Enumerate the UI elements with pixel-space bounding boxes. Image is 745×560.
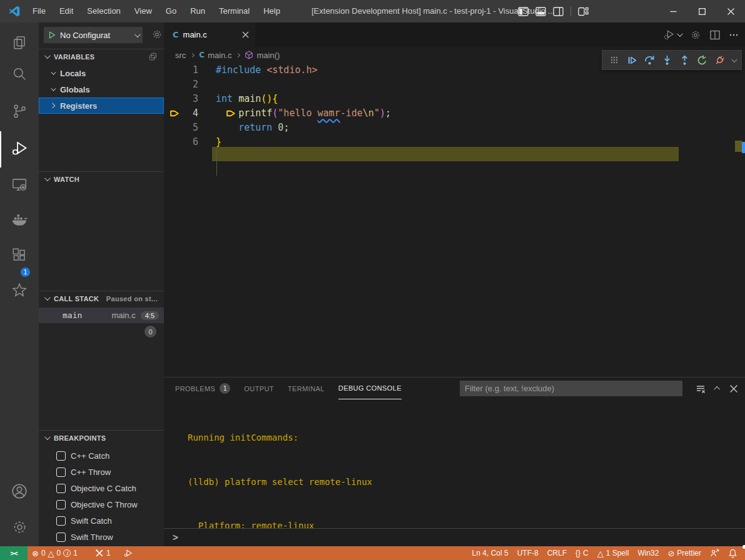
menu-terminal[interactable]: Terminal <box>212 0 256 22</box>
variables-section-header[interactable]: VARIABLES <box>39 49 164 64</box>
close-panel-icon[interactable] <box>730 385 737 392</box>
disconnect-button[interactable] <box>711 51 728 69</box>
breakpoints-section-header[interactable]: BREAKPOINTS <box>39 430 164 445</box>
customize-layout-icon[interactable] <box>578 7 589 16</box>
titlebar: File Edit Selection View Go Run Terminal… <box>0 0 745 22</box>
settings-gear-icon[interactable] <box>0 511 39 542</box>
toggle-panel-icon[interactable] <box>535 7 546 16</box>
debug-configuration-dropdown[interactable]: No Configurat <box>44 27 143 43</box>
maximize-button[interactable] <box>687 0 716 22</box>
chevron-right-icon <box>236 52 240 57</box>
menu-go[interactable]: Go <box>159 0 183 22</box>
debug-status-icon[interactable] <box>119 546 137 560</box>
more-actions-icon[interactable] <box>729 30 739 40</box>
breakpoint-objc-throw[interactable]: Objective C Throw <box>39 496 164 512</box>
remote-explorer-icon[interactable] <box>0 169 39 200</box>
star-icon[interactable] <box>0 274 39 306</box>
breakpoint-swift-catch[interactable]: Swift Catch <box>39 512 164 529</box>
code-line[interactable]: 6} <box>164 135 745 149</box>
close-window-button[interactable] <box>716 0 745 22</box>
problems-status[interactable]: ⊗ 0 △ 0 i 1 <box>28 546 82 560</box>
menu-view[interactable]: View <box>128 0 159 22</box>
code-line[interactable]: 4 printf("hello wamr-ide\n"); <box>164 106 745 121</box>
search-icon[interactable] <box>0 58 39 89</box>
encoding[interactable]: UTF-8 <box>513 546 543 560</box>
start-debug-icon[interactable] <box>48 31 56 39</box>
checkbox[interactable] <box>56 500 66 509</box>
toolbar-grip[interactable] <box>606 51 623 69</box>
code-line[interactable]: 2 <box>164 78 745 92</box>
checkbox[interactable] <box>56 516 66 526</box>
debug-console-input[interactable]: > <box>164 528 745 546</box>
step-into-button[interactable] <box>658 51 676 69</box>
variables-scope-registers[interactable]: Registers <box>39 98 164 114</box>
tab-terminal[interactable]: TERMINAL <box>288 378 325 399</box>
variables-scope-globals[interactable]: Globals <box>39 81 164 98</box>
breadcrumb-file[interactable]: main.c <box>208 51 231 60</box>
gear-icon[interactable] <box>690 29 701 41</box>
spell-checker-status[interactable]: △ 1 Spell <box>593 546 634 560</box>
toolbar-chevron-down-icon[interactable] <box>728 51 738 69</box>
maximize-panel-icon[interactable] <box>714 386 720 392</box>
source-control-icon[interactable] <box>0 96 39 127</box>
minimize-button[interactable] <box>659 0 687 22</box>
tab-debug-console[interactable]: DEBUG CONSOLE <box>338 378 402 399</box>
docker-icon[interactable] <box>0 204 39 236</box>
run-or-debug-button[interactable] <box>664 29 681 41</box>
continue-button[interactable] <box>623 51 641 69</box>
execution-pointer-gutter-icon[interactable] <box>170 108 180 119</box>
ports-status[interactable]: 1 <box>91 546 115 560</box>
checkbox[interactable] <box>56 532 66 542</box>
cursor-position[interactable]: Ln 4, Col 5 <box>468 546 513 560</box>
breakpoint-cpp-catch[interactable]: C++ Catch <box>39 448 164 464</box>
menu-edit[interactable]: Edit <box>53 0 80 22</box>
menu-run[interactable]: Run <box>183 0 212 22</box>
platform-status[interactable]: Win32 <box>633 546 663 560</box>
toggle-sidebar-icon[interactable] <box>518 7 529 16</box>
toggle-secondary-sidebar-icon[interactable] <box>553 7 564 16</box>
checkbox[interactable] <box>56 451 66 461</box>
feedback-icon[interactable] <box>706 546 724 560</box>
breakpoint-objc-catch[interactable]: Objective C Catch <box>39 480 164 496</box>
menu-file[interactable]: File <box>26 0 53 22</box>
tab-bar: C main.c <box>164 22 745 47</box>
language-mode[interactable]: {} C <box>571 546 593 560</box>
breadcrumb-src[interactable]: src <box>175 51 186 60</box>
close-tab-icon[interactable] <box>242 31 249 38</box>
accounts-icon[interactable] <box>0 476 39 507</box>
variables-scope-locals[interactable]: Locals <box>39 65 164 81</box>
stack-frame-row[interactable]: main main.c 4:5 <box>39 308 164 323</box>
console-filter-input[interactable] <box>460 381 682 396</box>
tab-main-c[interactable]: C main.c <box>164 22 255 47</box>
vscode-logo <box>8 5 21 18</box>
notifications-bell-icon[interactable] <box>724 546 745 560</box>
tab-output[interactable]: OUTPUT <box>244 378 274 399</box>
step-out-button[interactable] <box>676 51 693 69</box>
debug-gear-icon[interactable] <box>151 29 163 40</box>
step-over-button[interactable] <box>641 51 658 69</box>
menu-help[interactable]: Help <box>256 0 287 22</box>
explorer-icon[interactable] <box>0 27 39 58</box>
menu-selection[interactable]: Selection <box>80 0 127 22</box>
breadcrumb-symbol[interactable]: main() <box>256 51 280 60</box>
code-line[interactable]: 3int main(){ <box>164 92 745 106</box>
restart-button[interactable] <box>693 51 711 69</box>
breakpoint-cpp-throw[interactable]: C++ Throw <box>39 464 164 480</box>
clear-console-icon[interactable] <box>696 384 706 394</box>
code-editor[interactable]: 1#include <stdio.h> 2 3int main(){ 4 pri… <box>164 63 745 377</box>
checkbox[interactable] <box>56 468 66 477</box>
code-line[interactable]: 5 return 0; <box>164 121 745 135</box>
breakpoint-swift-throw[interactable]: Swift Throw <box>39 529 164 545</box>
checkbox[interactable] <box>56 484 66 493</box>
overview-ruler-info-marker <box>742 142 745 153</box>
copy-icon[interactable] <box>148 52 158 61</box>
formatter-status[interactable]: ⊘ Prettier <box>663 546 706 560</box>
call-stack-section-header[interactable]: CALL STACK Paused on st... <box>39 291 164 306</box>
tab-problems[interactable]: PROBLEMS 1 <box>175 378 230 399</box>
watch-section-header[interactable]: WATCH <box>39 171 164 186</box>
eol-sequence[interactable]: CRLF <box>543 546 571 560</box>
remote-indicator[interactable]: >< <box>0 546 28 560</box>
extensions-icon[interactable] <box>0 239 39 271</box>
run-and-debug-icon[interactable]: 1 <box>0 133 39 164</box>
split-editor-icon[interactable] <box>710 30 720 40</box>
